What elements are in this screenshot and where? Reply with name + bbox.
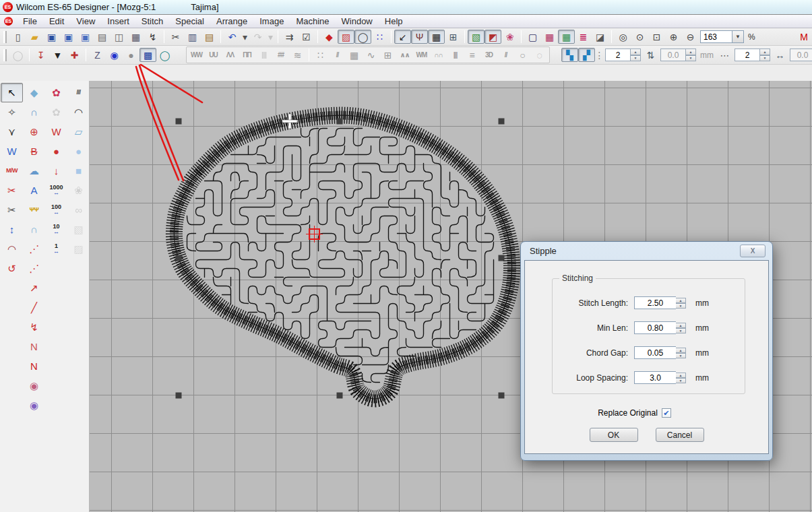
background-picture-button[interactable]: ❀ bbox=[501, 30, 518, 44]
program-split-button[interactable]: ## bbox=[272, 48, 289, 62]
zigzag-stitch-button[interactable]: ΛΛ bbox=[222, 48, 239, 62]
stitch-length-stepper[interactable]: ▲▼ bbox=[676, 298, 686, 309]
mirror-merge-h-button[interactable]: ▚ bbox=[561, 48, 578, 62]
loop-spacing-stepper[interactable]: ▲▼ bbox=[676, 373, 686, 383]
show-grid-button[interactable]: ▦ bbox=[428, 30, 445, 44]
zoom-factor-combo-input[interactable] bbox=[700, 30, 732, 43]
print-preview-button[interactable]: ◫ bbox=[111, 30, 127, 44]
ok-button[interactable]: OK bbox=[590, 428, 638, 442]
open-node-tool[interactable]: ⋎ bbox=[1, 122, 23, 141]
motif-fill-button[interactable]: ∷ bbox=[312, 48, 329, 62]
cut-button[interactable]: ✂ bbox=[167, 30, 184, 44]
mw-split-tool[interactable]: M/W bbox=[1, 161, 23, 181]
slant-fill-button[interactable]: // bbox=[497, 48, 514, 62]
cap-template-tool[interactable]: ∩ bbox=[23, 220, 45, 239]
remove-lettering-tool[interactable]: B bbox=[23, 141, 45, 161]
curved-fill-button[interactable]: ∿ bbox=[363, 48, 379, 62]
undo-dropdown[interactable]: ▾ bbox=[241, 30, 249, 44]
stitch-list-button[interactable]: ≣ bbox=[575, 30, 592, 44]
menu-help[interactable]: Help bbox=[379, 15, 409, 28]
parallel-weave-tool[interactable]: /// bbox=[67, 83, 90, 102]
wreath-points-spinner-stepper[interactable]: ▲▼ bbox=[631, 49, 641, 61]
toolbar-grip[interactable] bbox=[3, 31, 7, 43]
corner-shape-tool[interactable]: ▱ bbox=[67, 122, 90, 141]
design-properties-button[interactable]: ◪ bbox=[592, 30, 608, 44]
save-design-button[interactable]: ▣ bbox=[43, 30, 60, 44]
mirror-merge-v-button[interactable]: ▞ bbox=[578, 48, 595, 62]
rotate-oval-tool[interactable]: ↺ bbox=[1, 259, 23, 278]
show-hoop-button[interactable]: ⊞ bbox=[445, 30, 462, 44]
toolbar-grip[interactable] bbox=[3, 49, 7, 61]
pattern-run-button[interactable]: Z bbox=[89, 48, 106, 62]
new-design-button[interactable]: ▯ bbox=[9, 30, 26, 44]
weave-fill-button[interactable]: ▦ bbox=[346, 48, 363, 62]
show-picture-button[interactable]: ▧ bbox=[468, 30, 485, 44]
insert-penetration-button[interactable]: ▼ bbox=[49, 48, 66, 62]
spacing-1000-tool[interactable]: 1000↔ bbox=[45, 181, 67, 200]
zoom-1-1-button[interactable]: ◎ bbox=[615, 30, 631, 44]
stitch-player-button[interactable]: ⇉ bbox=[281, 30, 298, 44]
fan-stitch-tool[interactable]: ◠ bbox=[1, 239, 23, 259]
menu-image[interactable]: Image bbox=[253, 15, 290, 28]
show-stitches-button[interactable]: ◆ bbox=[321, 30, 338, 44]
show-needle-points-button[interactable]: ▨ bbox=[338, 30, 354, 44]
open-design-button[interactable]: ▰ bbox=[26, 30, 43, 44]
stitch-length-input[interactable] bbox=[634, 296, 676, 309]
cancel-button[interactable]: Cancel bbox=[656, 428, 704, 442]
show-applique-button[interactable]: ◩ bbox=[485, 30, 501, 44]
spacing-100-tool[interactable]: 100↔ bbox=[45, 200, 67, 220]
wm-stitch-button[interactable]: WM bbox=[413, 48, 430, 62]
pointer-mode-button[interactable]: ↙ bbox=[394, 30, 411, 44]
insert-flower-tool[interactable]: ✿ bbox=[45, 83, 67, 102]
arch-stitch-button[interactable]: ∩∩ bbox=[430, 48, 447, 62]
replace-original-checkbox[interactable]: ✔ bbox=[662, 408, 671, 418]
menu-edit[interactable]: Edit bbox=[43, 15, 70, 28]
open-freehand-tool[interactable]: N bbox=[23, 337, 45, 356]
curve-tool[interactable]: ◠ bbox=[67, 102, 90, 122]
stitch-manager-button[interactable]: ▦ bbox=[127, 30, 144, 44]
array-dots-icon[interactable]: ⋯ bbox=[716, 48, 733, 62]
save-to-machine-button[interactable]: ▣ bbox=[60, 30, 77, 44]
min-len-stepper[interactable]: ▲▼ bbox=[676, 323, 686, 333]
machine-connect-button[interactable]: ↯ bbox=[144, 30, 161, 44]
motif-run-tool[interactable]: ⋰ bbox=[23, 259, 45, 278]
figures-tool[interactable]: ΨΨ bbox=[23, 200, 45, 220]
hatch-fill-button[interactable]: // bbox=[329, 48, 346, 62]
copy-button[interactable]: ▥ bbox=[184, 30, 201, 44]
rectangle-tool[interactable]: ■ bbox=[67, 161, 90, 181]
wreath-points-spinner-input[interactable] bbox=[605, 49, 631, 61]
menu-machine[interactable]: Machine bbox=[290, 15, 335, 28]
stipple-run-button[interactable]: ▩ bbox=[139, 48, 156, 62]
triple-run-tool[interactable]: ↗ bbox=[23, 278, 45, 298]
back-stitch-tool[interactable]: ╱ bbox=[23, 298, 45, 317]
dialog-title-bar[interactable]: Stipple X bbox=[524, 242, 769, 260]
toolbar-grip-dots[interactable]: ⋮ bbox=[595, 48, 604, 62]
menu-view[interactable]: View bbox=[70, 15, 101, 28]
show-penetrations-button[interactable]: Ψ bbox=[411, 30, 428, 44]
outline-design-button[interactable]: ◉ bbox=[106, 48, 123, 62]
menu-stitch[interactable]: Stitch bbox=[135, 15, 170, 28]
reshape-tool[interactable]: ◆ bbox=[23, 83, 45, 102]
zoom-in-button[interactable]: ⊕ bbox=[665, 30, 682, 44]
save-as-machine-button[interactable]: ▣ bbox=[77, 30, 94, 44]
satin-column-tool[interactable]: W bbox=[45, 122, 67, 141]
satin-stitch-button[interactable]: WW bbox=[188, 48, 205, 62]
color-film-button[interactable]: ▦ bbox=[541, 30, 558, 44]
dome-template-tool[interactable]: ∩ bbox=[23, 102, 45, 122]
contour-b-button[interactable]: ◌ bbox=[531, 48, 548, 62]
closed-shape-button[interactable]: ◯ bbox=[156, 48, 173, 62]
lines-vertical-button[interactable]: ||| bbox=[447, 48, 464, 62]
menu-special[interactable]: Special bbox=[169, 15, 210, 28]
eyelet-tool[interactable]: ◉ bbox=[23, 395, 45, 415]
peak-fill-button[interactable]: ∧∧ bbox=[396, 48, 413, 62]
red-column-tool[interactable]: ● bbox=[45, 141, 67, 161]
spacing-10-tool[interactable]: 10↔ bbox=[45, 220, 67, 239]
closed-freehand-tool[interactable]: N bbox=[23, 356, 45, 376]
stitch-3d-button[interactable]: 3D bbox=[480, 48, 497, 62]
loop-spacing-input[interactable] bbox=[634, 371, 676, 384]
paste-button[interactable]: ▤ bbox=[201, 30, 218, 44]
spacing-1-tool[interactable]: 1↔ bbox=[45, 239, 67, 259]
menu-file[interactable]: File bbox=[17, 15, 43, 28]
array-count-spinner-input[interactable] bbox=[735, 49, 760, 61]
close-icon[interactable]: X bbox=[740, 245, 766, 257]
